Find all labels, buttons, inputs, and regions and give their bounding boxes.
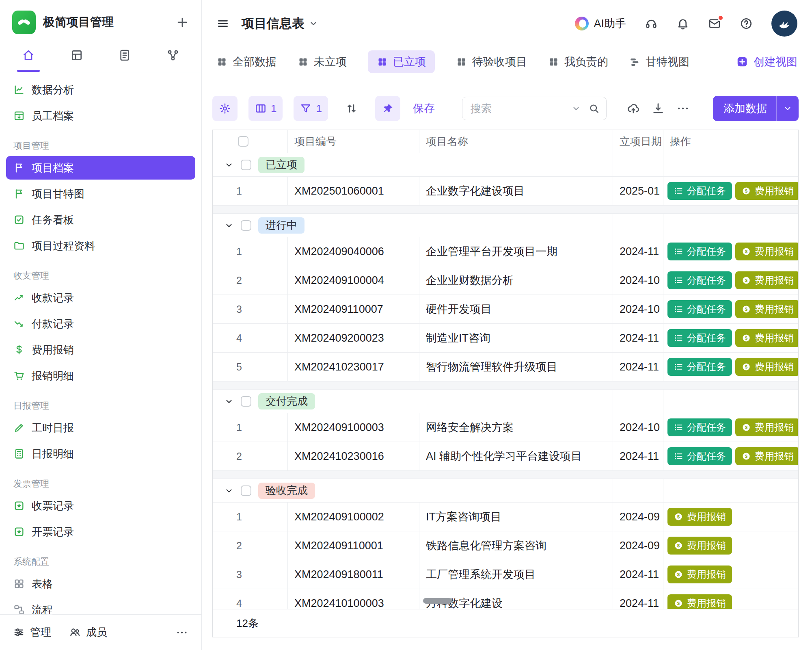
view-tab-label: 我负责的 <box>564 54 608 69</box>
table-icon <box>70 49 83 62</box>
table-row[interactable]: 2 XM202410230016 AI 辅助个性化学习平台建设项目 2024-1… <box>213 442 798 471</box>
settings-button[interactable] <box>212 96 238 121</box>
help-icon[interactable] <box>740 17 753 30</box>
table-row[interactable]: 1 XM202409100002 IT方案咨询项目 2024-09 $费用报销 <box>213 503 798 531</box>
table-row[interactable]: 1 XM202501060001 企业数字化建设项目 2025-01 分配任务$… <box>213 177 798 206</box>
row-number: 2 <box>213 531 287 560</box>
expense-report-button[interactable]: $费用报销 <box>735 243 798 260</box>
table-row[interactable]: 5 XM202410230017 智行物流管理软件升级项目 2024-11 分配… <box>213 353 798 381</box>
assign-task-button[interactable]: 分配任务 <box>667 447 732 465</box>
select-all-checkbox[interactable] <box>238 136 248 147</box>
view-tab[interactable]: 已立项 <box>368 50 435 73</box>
pin-button[interactable] <box>375 96 400 121</box>
sidebar-item[interactable]: 项目甘特图 <box>6 182 195 206</box>
table-row[interactable]: 3 XM202409110007 硬件开发项目 2024-10 分配任务$费用报… <box>213 295 798 324</box>
sidebar-item[interactable]: 日报明细 <box>6 442 195 466</box>
sidebar-item[interactable]: 数据分析 <box>6 78 195 102</box>
sidebar-item[interactable]: 付款记录 <box>6 312 195 336</box>
project-id-cell: XM202409180011 <box>287 560 419 589</box>
group-checkbox[interactable] <box>241 396 251 407</box>
sidebar-item[interactable]: 收款记录 <box>6 286 195 310</box>
sidebar-item[interactable]: 费用报销 <box>6 338 195 362</box>
column-header-project-id[interactable]: 项目编号 <box>287 130 419 153</box>
assign-task-button[interactable]: 分配任务 <box>667 182 732 200</box>
sidebar-item[interactable]: 收票记录 <box>6 494 195 518</box>
create-view-button[interactable]: 创建视图 <box>736 54 797 69</box>
sidebar-item[interactable]: 员工档案 <box>6 104 195 128</box>
view-tab[interactable]: 未立项 <box>298 50 347 73</box>
more-ellipsis-icon[interactable] <box>676 102 690 115</box>
column-header-start-date[interactable]: 立项日期 <box>613 130 663 153</box>
field-config-button[interactable]: 1 <box>248 96 283 121</box>
assign-task-button[interactable]: 分配任务 <box>667 329 732 347</box>
add-data-button[interactable]: 添加数据 <box>713 96 799 121</box>
table-row[interactable]: 1 XM202409100003 网络安全解决方案 2024-10 分配任务$费… <box>213 413 798 442</box>
table-row[interactable]: 3 XM202409180011 工厂管理系统开发项目 2024-11 $费用报… <box>213 560 798 589</box>
sidebar-item[interactable]: 项目档案 <box>6 156 195 180</box>
expense-report-button[interactable]: $费用报销 <box>735 447 798 465</box>
save-button[interactable]: 保存 <box>413 101 435 116</box>
mail-icon[interactable] <box>708 17 721 30</box>
table-row[interactable]: 1 XM202409040006 企业管理平台开发项目一期 2024-11 分配… <box>213 237 798 266</box>
manage-button[interactable]: 管理 <box>13 625 51 639</box>
expense-report-button[interactable]: $费用报销 <box>667 537 732 555</box>
sidebar-tab-home[interactable] <box>14 45 43 72</box>
column-header-operations[interactable]: 操作 <box>663 130 798 153</box>
expense-report-button[interactable]: $费用报销 <box>735 182 798 200</box>
ai-assistant-button[interactable]: AI助手 <box>575 16 626 31</box>
sidebar-tab-workflow[interactable] <box>158 45 188 72</box>
headset-icon[interactable] <box>645 17 658 30</box>
row-number: 2 <box>213 266 287 295</box>
horizontal-scrollbar-thumb[interactable] <box>423 598 452 604</box>
table-row[interactable]: 2 XM202409110001 铁路信息化管理方案咨询 2024-09 $费用… <box>213 531 798 560</box>
sidebar-tab-table[interactable] <box>62 45 91 72</box>
search-scope-chevron-down-icon[interactable] <box>571 104 581 113</box>
sidebar-item[interactable]: 开票记录 <box>6 520 195 544</box>
assign-task-button[interactable]: 分配任务 <box>667 271 732 289</box>
chevron-down-icon <box>224 486 234 496</box>
cart-icon <box>13 370 25 381</box>
sidebar-more-icon[interactable] <box>175 626 188 639</box>
sidebar-item[interactable]: 报销明细 <box>6 364 195 388</box>
assign-task-button[interactable]: 分配任务 <box>667 243 732 260</box>
cloud-upload-icon[interactable] <box>626 102 640 115</box>
group-checkbox[interactable] <box>241 160 251 170</box>
expense-report-button[interactable]: $费用报销 <box>667 566 732 583</box>
search-input[interactable] <box>471 102 566 115</box>
expense-report-button[interactable]: $费用报销 <box>735 271 798 289</box>
table-row[interactable]: 2 XM202409100004 企业业财数据分析 2024-10 分配任务$费… <box>213 266 798 295</box>
bell-icon[interactable] <box>676 17 689 30</box>
column-header-project-name[interactable]: 项目名称 <box>419 130 613 153</box>
download-icon[interactable] <box>651 102 665 115</box>
avatar[interactable] <box>771 11 797 37</box>
view-tab[interactable]: 待验收项目 <box>456 50 527 73</box>
sidebar-item[interactable]: 项目过程资料 <box>6 234 195 258</box>
sidebar-item[interactable]: 表格 <box>6 572 195 596</box>
add-workspace-plus-icon[interactable] <box>175 15 189 29</box>
group-checkbox[interactable] <box>241 220 251 231</box>
sidebar-item[interactable]: 流程 <box>6 598 195 614</box>
sidebar-item[interactable]: 任务看板 <box>6 208 195 232</box>
view-tab[interactable]: 全部数据 <box>216 50 276 73</box>
expense-report-button[interactable]: $费用报销 <box>735 300 798 318</box>
expense-report-button[interactable]: $费用报销 <box>735 358 798 376</box>
sort-button[interactable] <box>339 96 364 121</box>
search-icon[interactable] <box>588 103 600 114</box>
expense-report-button[interactable]: $费用报销 <box>735 418 798 436</box>
group-status-badge: 已立项 <box>258 157 304 173</box>
expense-report-button[interactable]: $费用报销 <box>735 329 798 347</box>
members-button[interactable]: 成员 <box>69 625 107 639</box>
expense-report-button[interactable]: $费用报销 <box>667 508 732 526</box>
view-tab[interactable]: 甘特视图 <box>629 50 689 73</box>
assign-task-button[interactable]: 分配任务 <box>667 300 732 318</box>
view-tab[interactable]: 我负责的 <box>548 50 608 73</box>
assign-task-button[interactable]: 分配任务 <box>667 418 732 436</box>
sidebar-tab-document[interactable] <box>110 45 139 72</box>
title-chevron-down-icon[interactable] <box>309 19 318 28</box>
hamburger-icon[interactable] <box>216 17 229 30</box>
sidebar-item[interactable]: 工时日报 <box>6 416 195 440</box>
table-row[interactable]: 4 XM202409200023 制造业IT咨询 2024-11 分配任务$费用… <box>213 324 798 353</box>
group-checkbox[interactable] <box>241 485 251 496</box>
filter-button[interactable]: 1 <box>294 96 328 121</box>
assign-task-button[interactable]: 分配任务 <box>667 358 732 376</box>
